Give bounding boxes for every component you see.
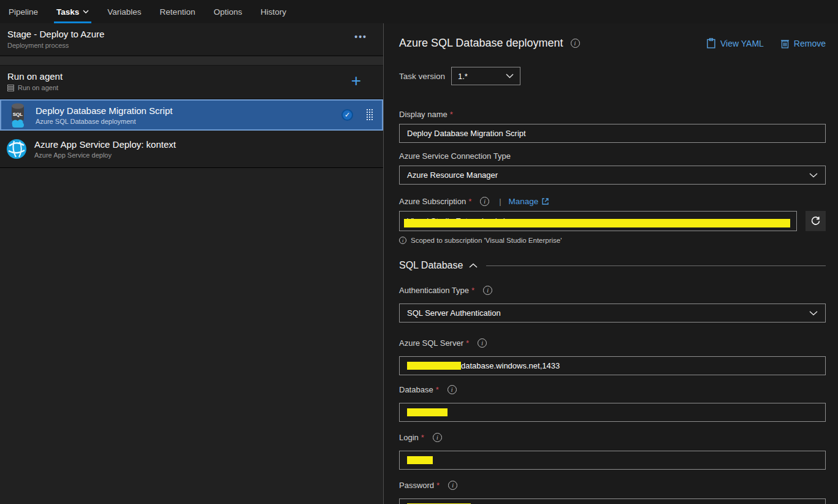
agent-job-title: Run on agent [7,71,376,82]
info-icon[interactable]: i [478,338,487,348]
login-input[interactable] [399,451,826,470]
auth-type-label: Authentication Type [399,286,469,295]
database-input[interactable] [399,403,826,422]
task-item-deploy-database-migration-script[interactable]: SQL Deploy Database Migration Script Azu… [0,99,383,131]
manage-subscription-link[interactable]: Manage [509,197,549,206]
connection-type-label: Azure Service Connection Type [399,151,511,161]
chevron-down-icon [809,173,818,178]
sql-server-input[interactable]: database.windows.net,1433 [399,356,826,375]
chevron-down-icon [506,74,514,78]
stage-title: Stage - Deploy to Azure [7,29,376,39]
section-title: SQL Database [399,260,463,271]
info-icon[interactable]: i [571,39,580,48]
required-asterisk: * [466,338,469,348]
stage-tasks-panel: Stage - Deploy to Azure Deployment proce… [0,23,384,504]
required-asterisk: * [436,385,439,394]
tab-history[interactable]: History [259,0,288,23]
section-divider [486,265,826,266]
info-icon[interactable]: i [433,433,442,442]
trash-icon [781,39,789,48]
subscription-select[interactable]: Visual Studio Enterprise (...) [399,211,797,231]
task-subtitle: Azure SQL Database deployment [36,118,334,125]
stage-subtitle: Deployment process [7,42,376,49]
task-enabled-check-icon[interactable]: ✓ [341,109,353,121]
task-title: Deploy Database Migration Script [36,105,334,116]
display-name-label: Display name [399,110,448,119]
task-version-select[interactable]: 1.* [451,67,520,85]
database-label: Database [399,385,433,394]
more-options-button[interactable]: ••• [354,32,367,42]
subscription-label: Azure Subscription [399,197,466,206]
task-subtitle: Azure App Service deploy [34,151,377,159]
remove-task-button[interactable]: Remove [781,39,826,48]
refresh-subscriptions-button[interactable] [806,211,826,231]
agent-job-header[interactable]: Run on agent Run on agent + [0,66,383,99]
info-icon[interactable]: i [448,385,457,394]
detail-header: Azure SQL Database deployment i View YAM… [399,37,826,50]
info-icon[interactable]: i [483,286,492,295]
tab-variables[interactable]: Variables [106,0,142,23]
info-icon[interactable]: i [448,481,457,490]
redaction-highlight [407,408,448,416]
add-task-button[interactable]: + [351,72,361,90]
tab-tasks[interactable]: Tasks [55,0,90,23]
svg-text:SQL: SQL [13,112,23,117]
clipboard-icon [707,38,715,48]
azure-devops-pipeline-editor: Pipeline Tasks Variables Retention Optio… [0,0,838,504]
view-yaml-button[interactable]: View YAML [707,38,764,48]
external-link-icon [542,198,549,205]
required-asterisk: * [468,197,471,206]
sql-database-section-header[interactable]: SQL Database [399,260,826,271]
chevron-down-icon [809,311,818,316]
agent-icon [7,85,14,91]
stage-header: Stage - Deploy to Azure Deployment proce… [0,23,383,56]
required-asterisk: * [421,433,424,442]
task-detail-panel: Azure SQL Database deployment i View YAM… [384,23,838,504]
panel-separator [0,56,383,66]
chevron-up-icon [469,263,478,268]
subscription-scope-note: i Scoped to subscription 'Visual Studio … [399,237,826,244]
info-icon: i [399,237,406,244]
azure-app-service-icon [6,139,27,159]
required-asterisk: * [436,481,440,490]
sql-server-label: Azure SQL Server [399,338,463,348]
refresh-icon [810,216,821,226]
display-name-input[interactable]: Deploy Database Migration Script [399,124,826,143]
password-label: Password [399,481,434,490]
task-version-label: Task version [399,72,445,81]
chevron-down-icon [83,10,89,13]
agent-job-subtitle: Run on agent [7,84,376,91]
password-input[interactable] [399,498,826,504]
task-title: Azure App Service Deploy: kontext [34,139,377,150]
login-label: Login [399,433,419,442]
required-asterisk: * [471,286,474,295]
redaction-highlight [404,219,790,227]
tab-options[interactable]: Options [212,0,243,23]
connection-type-select[interactable]: Azure Resource Manager [399,166,826,185]
redacted-subscription-value: Visual Studio Enterprise (...) [407,216,506,226]
task-item-azure-app-service-deploy[interactable]: Azure App Service Deploy: kontext Azure … [0,131,383,168]
drag-handle-icon[interactable] [367,109,373,121]
tab-pipeline[interactable]: Pipeline [7,0,39,23]
info-icon[interactable]: i [480,197,489,206]
required-asterisk: * [450,110,453,119]
top-nav: Pipeline Tasks Variables Retention Optio… [0,0,838,23]
auth-type-select[interactable]: SQL Server Authentication [399,304,826,323]
redaction-highlight [407,362,461,370]
redaction-highlight [407,456,433,464]
tab-retention[interactable]: Retention [159,0,197,23]
task-detail-title: Azure SQL Database deployment [399,37,563,50]
azure-sql-database-icon: SQL [7,102,28,129]
